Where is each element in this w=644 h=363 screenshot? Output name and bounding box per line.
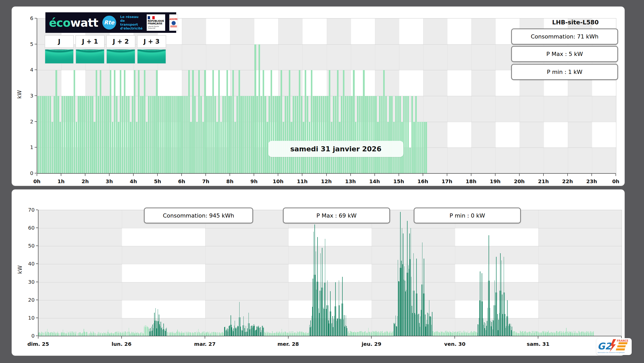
daily-consumption-bar [341, 96, 342, 173]
daily-consumption-bar [45, 96, 47, 173]
daily-consumption-bar [154, 96, 155, 173]
daily-consumption-label: Consommation: 71 kWh [531, 33, 599, 40]
daily-consumption-bar [172, 96, 174, 173]
daily-x-tick [447, 174, 447, 176]
daily-x-tick [133, 174, 134, 176]
daily-consumption-bar [190, 122, 192, 173]
daily-consumption-bar [60, 122, 61, 173]
daily-consumption-bar [289, 70, 290, 173]
daily-consumption-bar [144, 70, 145, 173]
daily-consumption-bar [128, 96, 130, 173]
daily-consumption-bar [321, 96, 322, 173]
daily-x-tick [591, 174, 592, 176]
daily-x-tick-label: 15h [389, 178, 409, 184]
daily-consumption-bar [206, 96, 208, 173]
daily-consumption-bar [327, 96, 328, 173]
daily-consumption-bar [42, 96, 43, 173]
horizontal-gridline [38, 264, 622, 264]
forecast-tile-j[interactable]: J [45, 35, 74, 64]
weekly-pmax-box: P Max : 69 kW [283, 208, 390, 223]
daily-y-tick-label: 0 [24, 170, 33, 176]
daily-consumption-bar [47, 96, 49, 173]
daily-consumption-bar [200, 96, 202, 173]
date-label-box: samedi 31 janvier 2026 [268, 141, 403, 157]
daily-consumption-bar [108, 96, 109, 173]
daily-x-tick [230, 174, 230, 176]
background-band-column [38, 210, 122, 336]
daily-consumption-bar [371, 96, 373, 173]
daily-consumption-bar [226, 70, 228, 173]
weekly-consumption-bar [212, 332, 212, 336]
weekly-y-tick-label: 0 [23, 333, 35, 339]
daily-consumption-bar [164, 96, 166, 173]
daily-consumption-bar [415, 96, 417, 173]
daily-x-tick-label: 10h [268, 178, 288, 184]
daily-consumption-bar [375, 96, 377, 173]
daily-consumption-bar [57, 96, 59, 173]
daily-x-tick-label: 2h [75, 178, 95, 184]
daily-y-tick [35, 95, 37, 96]
weekly-y-tick-label: 10 [23, 315, 35, 321]
daily-consumption-bar [236, 96, 238, 173]
daily-y-tick-label: 6 [24, 15, 33, 21]
daily-consumption-bar [347, 96, 349, 173]
daily-consumption-bar [96, 70, 97, 173]
weekly-x-tick-label: jeu. 29 [356, 341, 387, 347]
forecast-tile-j3[interactable]: J + 3 [137, 35, 166, 64]
daily-y-tick [35, 121, 37, 122]
daily-consumption-bar [120, 70, 121, 173]
weekly-pmax-label: P Max : 69 kW [316, 212, 357, 219]
daily-consumption-bar [353, 70, 354, 173]
forecast-tile-j2[interactable]: J + 2 [106, 35, 135, 64]
daily-pmin-box: P min : 1 kW [511, 64, 618, 80]
daily-consumption-bar [76, 122, 77, 173]
page: { "top": { "site_title": "LHB-site-L580"… [0, 0, 644, 363]
daily-consumption-bar [184, 96, 186, 173]
daily-consumption-bar [102, 96, 103, 173]
weekly-y-tick [36, 228, 38, 228]
daily-consumption-bar [138, 70, 140, 173]
daily-consumption-bar [275, 96, 276, 173]
daily-y-tick-label: 3 [24, 93, 33, 99]
daily-consumption-bar [37, 96, 39, 173]
daily-consumption-bar [419, 122, 421, 173]
weekly-consumption-box: Consommation: 945 kWh [144, 208, 253, 223]
daily-consumption-bar [130, 122, 131, 173]
ecowatt-logo-watt: watt [70, 16, 98, 29]
forecast-tile-j1[interactable]: J + 1 [75, 35, 105, 64]
weekly-y-tick-label: 30 [23, 279, 35, 285]
republique-line1: RÉPUBLIQUE [148, 20, 164, 22]
daily-consumption-bar [319, 96, 320, 173]
daily-consumption-bar [365, 96, 366, 173]
daily-consumption-bar [271, 70, 272, 173]
daily-consumption-bar [359, 96, 361, 173]
daily-consumption-bar [363, 70, 364, 173]
daily-consumption-bar [325, 96, 326, 173]
daily-x-tick-label: 4h [123, 178, 144, 184]
daily-consumption-bar [90, 96, 91, 173]
weekly-y-tick-label: 20 [23, 297, 35, 303]
daily-consumption-bar [186, 96, 188, 173]
daily-consumption-bar [124, 70, 125, 173]
weekly-y-tick-label: 70 [23, 207, 35, 213]
horizontal-gridline [38, 228, 622, 228]
daily-consumption-bar [239, 70, 240, 173]
daily-x-tick-label: 5h [147, 178, 168, 184]
weekly-x-tick [121, 336, 122, 339]
daily-consumption-bar [67, 96, 69, 173]
weekly-x-tick-label: ven. 30 [439, 341, 470, 347]
daily-consumption-bar [232, 70, 234, 173]
vertical-gridline [122, 210, 122, 336]
background-band-column [205, 210, 289, 336]
daily-y-tick [35, 70, 37, 70]
daily-consumption-bar [54, 96, 55, 173]
daily-consumption-bar [395, 96, 397, 173]
weekly-x-tick-label: mer. 28 [273, 341, 304, 347]
daily-consumption-bar [256, 96, 258, 173]
weekly-y-tick [36, 246, 38, 246]
daily-consumption-bar [104, 96, 105, 173]
daily-consumption-bar [405, 96, 407, 173]
daily-x-tick [181, 174, 182, 176]
daily-y-tick-label: 1 [24, 144, 33, 150]
daily-consumption-bar [158, 96, 160, 173]
